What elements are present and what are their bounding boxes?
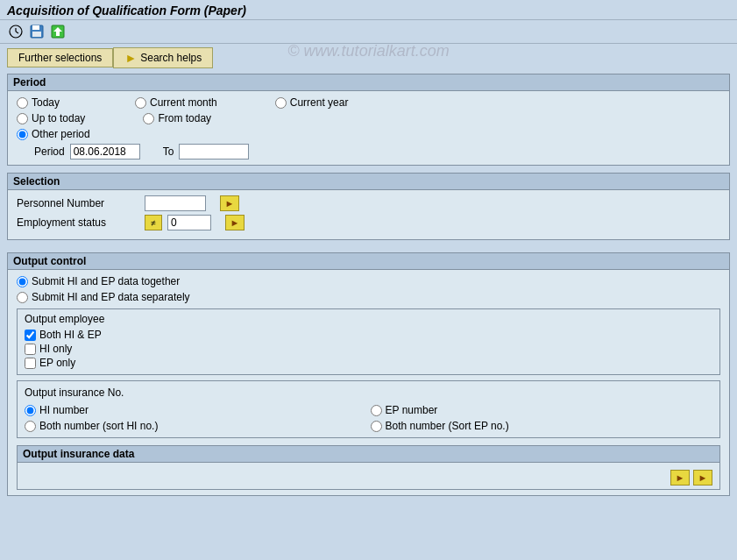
radio-today[interactable]: Today bbox=[17, 96, 60, 109]
checkbox-both-hi-ep-label: Both HI & EP bbox=[39, 329, 102, 341]
radio-up-to-today-label: Up to today bbox=[32, 112, 85, 124]
period-to-input[interactable] bbox=[179, 144, 249, 159]
employment-status-eq-btn[interactable]: ≠ bbox=[145, 215, 162, 230]
radio-from-today-label: From today bbox=[158, 112, 211, 124]
employment-status-label: Employment status bbox=[17, 216, 139, 229]
period-input-row: Period To bbox=[17, 144, 720, 159]
period-row-3: Other period bbox=[17, 128, 720, 140]
output-employee-header: Output employee bbox=[25, 313, 712, 325]
bottom-arrow-btn-1[interactable]: ► bbox=[670, 470, 690, 486]
radio-current-year-input[interactable] bbox=[275, 97, 287, 109]
search-helps-label: Search helps bbox=[140, 52, 202, 64]
to-label: To bbox=[163, 145, 174, 158]
radio-submit-together-label: Submit HI and EP data together bbox=[32, 275, 180, 287]
svg-rect-4 bbox=[32, 25, 39, 30]
radio-current-year-label: Current year bbox=[290, 96, 349, 109]
tab-search-helps[interactable]: ► Search helps bbox=[113, 47, 213, 68]
tab-further-selections[interactable]: Further selections bbox=[7, 48, 113, 67]
tabs-bar: Further selections ► Search helps bbox=[0, 44, 737, 68]
radio-other-period[interactable]: Other period bbox=[17, 128, 90, 140]
radio-both-sort-ep[interactable]: Both number (Sort EP no.) bbox=[371, 420, 713, 432]
insurance-radios-grid: HI number EP number Both number (sort HI… bbox=[25, 404, 712, 432]
svg-line-2 bbox=[16, 32, 18, 33]
checkbox-ep-only-label: EP only bbox=[39, 357, 75, 369]
tab-arrow-icon: ► bbox=[124, 51, 137, 65]
radio-current-month-label: Current month bbox=[150, 96, 217, 109]
output-insurance-data-header: Output insurance data bbox=[18, 446, 719, 463]
checkbox-both-hi-ep[interactable]: Both HI & EP bbox=[25, 329, 712, 341]
personnel-number-input[interactable] bbox=[145, 195, 206, 211]
svg-rect-5 bbox=[32, 32, 41, 37]
output-insurance-box: Output insurance No. HI number EP number… bbox=[17, 380, 720, 438]
radio-current-month-input[interactable] bbox=[135, 97, 146, 109]
radio-from-today-input[interactable] bbox=[143, 113, 154, 124]
radio-current-year[interactable]: Current year bbox=[275, 96, 349, 109]
radio-submit-separately-input[interactable] bbox=[17, 292, 28, 303]
output-insurance-header: Output insurance No. bbox=[25, 386, 712, 399]
selection-body: Personnel Number ► Employment status ≠ ► bbox=[8, 190, 729, 239]
radio-current-month[interactable]: Current month bbox=[135, 96, 217, 109]
personnel-arrow-btn[interactable]: ► bbox=[220, 195, 239, 211]
output-insurance-data-body: ► ► bbox=[18, 463, 719, 489]
main-content: Period Today Current month Current year bbox=[0, 68, 737, 508]
save-icon[interactable] bbox=[28, 23, 46, 40]
radio-ep-number[interactable]: EP number bbox=[371, 404, 713, 416]
clock-icon[interactable] bbox=[7, 23, 25, 40]
page-title: Acquisition of Qualification Form (Paper… bbox=[0, 0, 737, 20]
selection-header: Selection bbox=[8, 174, 729, 190]
output-insurance-data-section: Output insurance data ► ► bbox=[17, 445, 720, 490]
checkbox-hi-only[interactable]: HI only bbox=[25, 343, 712, 355]
personnel-number-label: Personnel Number bbox=[17, 197, 139, 209]
output-employee-box: Output employee Both HI & EP HI only EP … bbox=[17, 308, 720, 375]
export-icon[interactable] bbox=[49, 23, 67, 40]
radio-hi-number-label: HI number bbox=[39, 404, 89, 416]
radio-up-to-today-input[interactable] bbox=[17, 113, 28, 124]
checkbox-hi-only-input[interactable] bbox=[25, 344, 36, 355]
bottom-buttons: ► ► bbox=[670, 470, 712, 486]
period-body: Today Current month Current year Up to t… bbox=[8, 91, 729, 165]
radio-today-input[interactable] bbox=[17, 97, 28, 109]
checkbox-ep-only-input[interactable] bbox=[25, 358, 36, 369]
radio-ep-number-input[interactable] bbox=[371, 405, 382, 416]
radio-both-sort-hi-label: Both number (sort HI no.) bbox=[39, 420, 158, 432]
radio-hi-number[interactable]: HI number bbox=[25, 404, 367, 416]
radio-submit-separately-label: Submit HI and EP data separately bbox=[32, 291, 190, 303]
period-row-1: Today Current month Current year bbox=[17, 96, 720, 109]
radio-both-sort-hi[interactable]: Both number (sort HI no.) bbox=[25, 420, 367, 432]
radio-submit-together[interactable]: Submit HI and EP data together bbox=[17, 275, 720, 287]
period-row-2: Up to today From today bbox=[17, 112, 720, 124]
period-field-label: Period bbox=[34, 145, 65, 158]
employment-status-input[interactable] bbox=[167, 215, 211, 230]
checkbox-ep-only[interactable]: EP only bbox=[25, 357, 712, 369]
further-selections-label: Further selections bbox=[18, 52, 102, 64]
radio-ep-number-label: EP number bbox=[386, 404, 438, 416]
toolbar: © www.tutorialkart.com bbox=[0, 20, 737, 44]
radio-today-label: Today bbox=[32, 96, 60, 109]
radio-submit-together-input[interactable] bbox=[17, 276, 28, 287]
period-section: Period Today Current month Current year bbox=[7, 74, 730, 166]
radio-both-sort-ep-input[interactable] bbox=[371, 421, 382, 432]
radio-both-sort-hi-input[interactable] bbox=[25, 421, 36, 432]
personnel-number-row: Personnel Number ► bbox=[17, 195, 720, 211]
radio-other-period-label: Other period bbox=[32, 128, 90, 140]
radio-from-today[interactable]: From today bbox=[143, 112, 211, 124]
radio-up-to-today[interactable]: Up to today bbox=[17, 112, 85, 124]
checkbox-hi-only-label: HI only bbox=[39, 343, 72, 355]
period-from-input[interactable] bbox=[70, 144, 140, 159]
bottom-arrow-btn-2[interactable]: ► bbox=[693, 470, 712, 486]
output-control-section: Output control Submit HI and EP data tog… bbox=[7, 252, 730, 496]
radio-submit-separately[interactable]: Submit HI and EP data separately bbox=[17, 291, 720, 303]
radio-other-period-input[interactable] bbox=[17, 129, 28, 140]
checkbox-both-hi-ep-input[interactable] bbox=[25, 330, 36, 341]
employment-status-row: Employment status ≠ ► bbox=[17, 215, 720, 230]
output-control-body: Submit HI and EP data together Submit HI… bbox=[8, 270, 729, 495]
selection-section: Selection Personnel Number ► Employment … bbox=[7, 173, 730, 240]
radio-both-sort-ep-label: Both number (Sort EP no.) bbox=[386, 420, 509, 432]
output-control-header: Output control bbox=[8, 253, 729, 270]
employment-arrow-btn[interactable]: ► bbox=[225, 215, 244, 230]
radio-hi-number-input[interactable] bbox=[25, 405, 36, 416]
period-header: Period bbox=[8, 74, 729, 91]
